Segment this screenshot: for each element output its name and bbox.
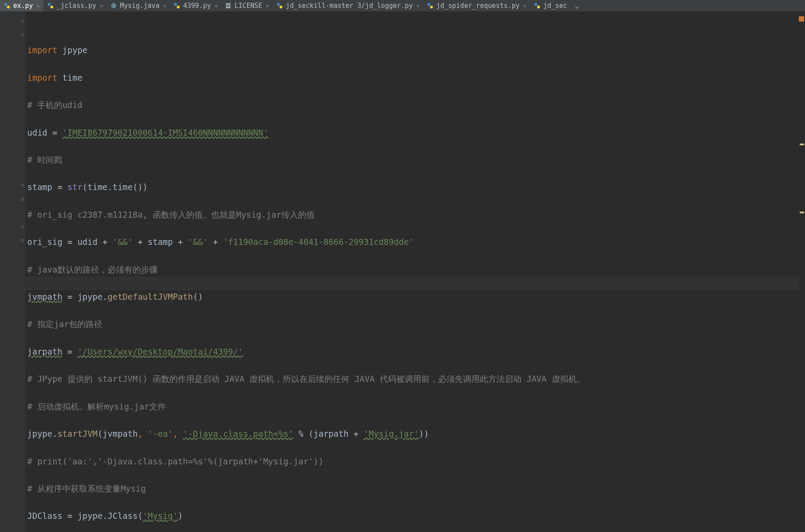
code-line: # java默认的路径，必须有的步骤 xyxy=(27,263,805,277)
tab-jd-logger-py[interactable]: jd_seckill-master 3/jd_logger.py × xyxy=(273,0,423,11)
code-line: # ori_sig c2387.m11218a, 函数传入的值。也就是Mysig… xyxy=(27,208,805,222)
code-line: # 手机的udid xyxy=(27,98,805,112)
code-line: stamp = str(time.time()) xyxy=(27,180,805,194)
close-icon[interactable]: × xyxy=(266,3,270,9)
close-icon[interactable]: × xyxy=(163,3,166,9)
python-icon xyxy=(173,2,180,9)
python-icon xyxy=(534,2,541,9)
tab-4399-py[interactable]: 4399.py × xyxy=(170,0,221,11)
fold-icon[interactable]: ⊟ xyxy=(21,237,24,243)
close-icon[interactable]: × xyxy=(214,3,218,9)
close-icon[interactable]: × xyxy=(416,3,420,9)
tab-label: jd_sec xyxy=(543,2,567,10)
code-line: # 指定jar包的路径 xyxy=(27,317,805,331)
code-line: # print('aa:','-Djava.class.path=%s'%(ja… xyxy=(27,455,805,468)
tab-ex-py[interactable]: ex.py × xyxy=(0,0,43,11)
fold-icon[interactable]: ⊟ xyxy=(21,32,24,37)
code-line: import jpype xyxy=(27,43,805,57)
python-icon xyxy=(276,2,283,9)
fold-icon[interactable]: ⊟ xyxy=(21,18,24,24)
svg-rect-2 xyxy=(48,3,50,6)
tab-label: 4399.py xyxy=(183,2,211,10)
svg-rect-0 xyxy=(4,3,7,6)
svg-rect-9 xyxy=(227,4,230,5)
code-line: # 启动虚拟机。解析mysig.jar文件 xyxy=(27,400,805,413)
tab-jd-sec-py[interactable]: jd_sec xyxy=(530,0,571,11)
close-icon[interactable]: × xyxy=(36,3,40,9)
tab-label: Mysig.java xyxy=(120,2,159,10)
code-line: # JPype 提供的 startJVM() 函数的作用是启动 JAVA 虚拟机… xyxy=(27,372,805,386)
svg-rect-17 xyxy=(537,6,540,8)
tab-mysig-java[interactable]: J Mysig.java × xyxy=(107,0,170,11)
fold-icon[interactable]: ⊟ xyxy=(21,196,24,202)
svg-rect-15 xyxy=(430,6,433,8)
svg-rect-3 xyxy=(50,6,53,8)
python-icon xyxy=(427,2,434,9)
svg-rect-16 xyxy=(535,3,537,6)
code-line: import time xyxy=(27,71,805,85)
svg-rect-12 xyxy=(277,3,280,6)
svg-rect-6 xyxy=(174,3,177,6)
code-line: jvmpath = jpype.getDefaultJVMPath() xyxy=(27,290,805,304)
svg-rect-10 xyxy=(227,5,230,6)
code-line: # 时间戳 xyxy=(27,153,805,167)
code-line: jarpath = '/Users/wxy/Desktop/Maotai/439… xyxy=(27,345,805,359)
gutter: ⊟ ⊟ ⊟ ⊟ ⊟ ⊟ xyxy=(0,12,25,532)
code-area[interactable]: import jpype import time # 手机的udid udid … xyxy=(25,12,805,532)
tab-label: ex.py xyxy=(13,2,33,10)
tab-jd-spider-py[interactable]: jd_spider_requests.py × xyxy=(423,0,530,11)
python-icon xyxy=(4,2,11,9)
code-line: udid = 'IMEI867979021000614-IMSI460NNNNN… xyxy=(27,126,805,140)
svg-rect-11 xyxy=(227,6,230,7)
tabs-overflow-chevron-icon[interactable]: ⌄ xyxy=(572,2,582,10)
text-file-icon xyxy=(225,2,232,9)
analysis-status-icon[interactable] xyxy=(799,16,804,22)
code-line: JDClass = jpype.JClass('Mysig') xyxy=(27,509,805,523)
current-line-highlight xyxy=(25,277,799,290)
tab-label: _jclass.py xyxy=(57,2,96,10)
tab-bar: ex.py × _jclass.py × J Mysig.java × 4399… xyxy=(0,0,805,12)
svg-rect-7 xyxy=(177,6,180,8)
close-icon[interactable]: × xyxy=(100,3,103,9)
python-icon xyxy=(47,2,54,9)
warning-marker[interactable] xyxy=(800,144,804,145)
fold-icon[interactable]: ⊟ xyxy=(21,183,24,188)
code-line: ori_sig = udid + '&&' + stamp + '&&' + '… xyxy=(27,235,805,249)
code-line: # 从程序中获取系统变量Mysig xyxy=(27,482,805,496)
java-icon: J xyxy=(110,2,117,9)
svg-rect-1 xyxy=(7,6,10,8)
tab-license[interactable]: LICENSE × xyxy=(221,0,273,11)
tab-jclass-py[interactable]: _jclass.py × xyxy=(43,0,107,11)
svg-rect-14 xyxy=(428,3,430,6)
code-line: jpype.startJVM(jvmpath, '-ea', '-Djava.c… xyxy=(27,427,805,441)
tab-label: jd_seckill-master 3/jd_logger.py xyxy=(286,2,413,10)
tab-label: LICENSE xyxy=(234,2,262,10)
svg-text:J: J xyxy=(112,4,115,8)
tab-label: jd_spider_requests.py xyxy=(436,2,520,10)
code-editor[interactable]: ⊟ ⊟ ⊟ ⊟ ⊟ ⊟ import jpype import time # 手… xyxy=(0,12,805,532)
fold-icon[interactable]: ⊟ xyxy=(21,224,24,230)
close-icon[interactable]: × xyxy=(523,3,527,9)
svg-rect-13 xyxy=(280,6,282,8)
